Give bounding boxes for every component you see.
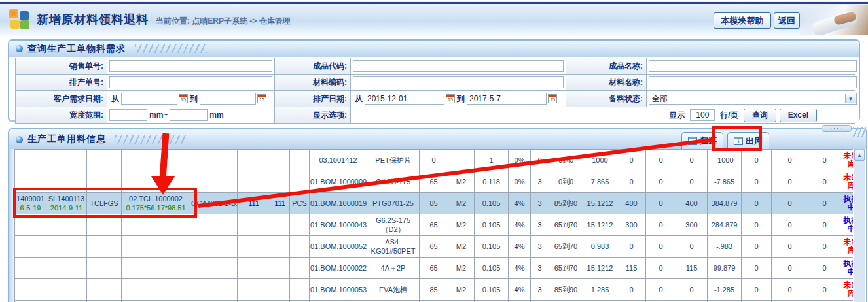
cell-unit: PCS bbox=[290, 193, 310, 214]
schedule-date-from-input[interactable] bbox=[365, 93, 444, 105]
cell-pname bbox=[190, 214, 238, 236]
cell-width: 85 bbox=[420, 279, 448, 301]
customer-date-from-input[interactable] bbox=[121, 93, 177, 105]
cell-a2: 0 bbox=[646, 258, 676, 279]
display-option-label: 显示选项: bbox=[275, 107, 350, 123]
table-row[interactable]: 01.BOM.1000009G4.2S-17565M20.1180%30到07.… bbox=[15, 171, 854, 193]
cell-pcode bbox=[122, 236, 190, 258]
cell-order bbox=[15, 258, 46, 279]
cell-demand: 15.1212 bbox=[583, 193, 617, 214]
schedule-date-to-input[interactable] bbox=[467, 93, 547, 105]
cell-pname bbox=[190, 171, 238, 193]
cell-munit: M2 bbox=[448, 236, 475, 258]
from-word: 从 bbox=[355, 93, 363, 105]
top-banner: 新增原材料领料退料 当前位置: 点晴ERP子系统 -> 仓库管理 本模块帮助 返… bbox=[0, 0, 868, 37]
cell-munit: M2 bbox=[448, 258, 475, 279]
cell-balance: -1.285 bbox=[708, 279, 742, 301]
product-code-label: 成品代码: bbox=[275, 58, 350, 74]
cell-pcode bbox=[122, 258, 190, 279]
scroll-up-icon[interactable]: ▲ bbox=[854, 150, 865, 161]
calendar-icon[interactable] bbox=[548, 94, 557, 103]
cell-mname: EVA泡棉 bbox=[367, 279, 420, 301]
product-code-input[interactable] bbox=[353, 60, 564, 72]
cell-range: 65到70 bbox=[549, 258, 583, 279]
detail-panel-header: 生产工单用料信息 归还 出库 ···· bbox=[9, 129, 866, 149]
stock-status-select[interactable]: 全部 ▼ bbox=[649, 93, 857, 105]
rows-per-page-input[interactable] bbox=[690, 109, 715, 121]
cell-b3: 0 bbox=[808, 279, 841, 301]
calendar-icon[interactable] bbox=[257, 94, 266, 103]
table-row[interactable]: 01.BOM.1000053EVA泡棉85M20.1054%385到901.28… bbox=[15, 279, 854, 301]
cell-b3: 0 bbox=[808, 236, 841, 258]
table-row[interactable]: 01.BOM.1000052AS4-KG01#50PET65M20.1054%3… bbox=[15, 236, 854, 258]
cell-a1: 0 bbox=[617, 279, 646, 301]
cell-a2: 0 bbox=[646, 193, 676, 214]
back-button[interactable]: 返回 bbox=[774, 12, 800, 29]
query-button[interactable]: 查询 bbox=[744, 109, 776, 122]
cell-pname bbox=[190, 258, 238, 279]
calendar-icon[interactable] bbox=[446, 94, 455, 103]
cell-st: 执行中 bbox=[841, 214, 854, 236]
table-row[interactable]: 01.BOM.1000043G6.2S-175（D2）65M20.1054%36… bbox=[15, 214, 854, 236]
table-row[interactable]: 01.BOM.10000224A＋2P65M20.1054%365到7015.1… bbox=[15, 258, 854, 279]
cell-balance: 99.879 bbox=[708, 258, 742, 279]
cell-b1: 0 bbox=[742, 171, 772, 193]
cell-munit bbox=[448, 150, 475, 171]
panel-collapse-handle[interactable]: ···· bbox=[822, 125, 852, 132]
cell-unit bbox=[290, 279, 310, 301]
cell-b2: 0 bbox=[772, 258, 808, 279]
cell-range: 85到90 bbox=[549, 279, 583, 301]
section-bullet-icon bbox=[16, 45, 23, 52]
width-range-label: 宽度范围: bbox=[16, 107, 107, 123]
rows-prefix: 显示 bbox=[669, 110, 685, 121]
material-table-body: 03.1001412PET保护片0 10%00到01000000-1000000… bbox=[15, 150, 854, 302]
cell-sl bbox=[46, 279, 87, 301]
cell-order bbox=[15, 279, 46, 301]
cell-b3: 0 bbox=[808, 214, 841, 236]
cell-mname: 4A＋2P bbox=[367, 258, 420, 279]
cell-q2 bbox=[270, 214, 290, 236]
cell-st: 执行中 bbox=[841, 258, 854, 279]
breadcrumb: 当前位置: 点晴ERP子系统 -> 仓库管理 bbox=[156, 16, 291, 27]
sales-no-input[interactable] bbox=[109, 60, 272, 72]
rows-suffix: 行/页 bbox=[720, 110, 738, 121]
schedule-no-input[interactable] bbox=[109, 76, 272, 88]
outbound-button[interactable]: 出库 bbox=[727, 132, 769, 149]
vertical-scrollbar[interactable]: ▲ bbox=[854, 149, 865, 302]
excel-button[interactable]: Excel bbox=[780, 109, 817, 122]
cell-q1 bbox=[238, 214, 270, 236]
material-name-input[interactable] bbox=[649, 76, 857, 88]
cell-a3: 115 bbox=[676, 258, 708, 279]
cell-loss: 0% bbox=[509, 150, 531, 171]
table-row[interactable]: 14090016-5-19SL14001132014-9-11TCLFGS02.… bbox=[15, 193, 854, 214]
material-code-input[interactable] bbox=[353, 76, 564, 88]
cell-pcode bbox=[122, 171, 190, 193]
cell-unit bbox=[290, 258, 310, 279]
cell-mname: PET保护片 bbox=[367, 150, 420, 171]
query-panel-title: 查询生产工单物料需求 bbox=[27, 43, 126, 55]
width-max-input[interactable] bbox=[170, 109, 208, 121]
return-button[interactable]: 归还 bbox=[681, 132, 723, 149]
corner-decoration bbox=[853, 127, 866, 137]
sales-no-label: 销售单号: bbox=[16, 58, 107, 74]
cell-a1: 0 bbox=[617, 150, 646, 171]
module-help-button[interactable]: 本模块帮助 bbox=[714, 12, 771, 29]
cell-b3: 0 bbox=[808, 193, 841, 214]
product-name-input[interactable] bbox=[649, 60, 857, 72]
cell-order: 14090016-5-19 bbox=[15, 193, 46, 214]
cell-sl: SL14001132014-9-11 bbox=[46, 193, 87, 214]
table-row[interactable]: 03.1001412PET保护片0 10%00到01000000-1000000… bbox=[15, 150, 854, 171]
width-min-input[interactable] bbox=[109, 109, 147, 121]
material-table: 03.1001412PET保护片0 10%00到01000000-1000000… bbox=[14, 149, 853, 302]
outbound-icon bbox=[734, 137, 743, 145]
cell-b2: 0 bbox=[772, 214, 808, 236]
cell-b3: 0 bbox=[808, 258, 841, 279]
cell-q1 bbox=[238, 258, 270, 279]
customer-date-to-input[interactable] bbox=[200, 93, 256, 105]
calendar-icon[interactable] bbox=[179, 94, 188, 103]
customer-date-label: 客户需求日期: bbox=[16, 91, 107, 107]
cell-usage: 0.105 bbox=[475, 236, 509, 258]
cell-cust: TCLFGS bbox=[87, 193, 122, 214]
app-logo-icon bbox=[9, 9, 30, 30]
cell-sl bbox=[46, 171, 87, 193]
